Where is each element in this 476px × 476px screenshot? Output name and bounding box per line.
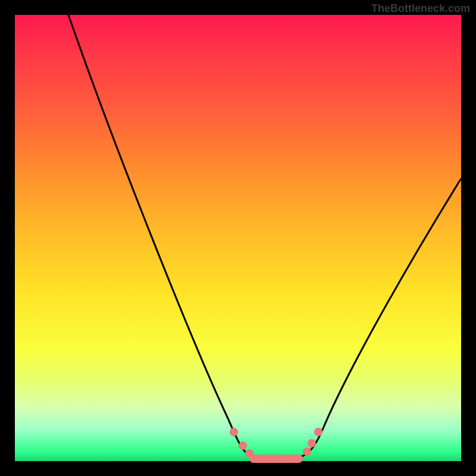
gradient-plot-area xyxy=(15,15,461,461)
chart-frame: TheBottleneck.com xyxy=(0,0,476,476)
valley-bead xyxy=(303,447,311,456)
valley-bead xyxy=(314,428,322,436)
valley-bead xyxy=(308,439,316,447)
valley-floor-bead xyxy=(249,455,303,463)
attribution-text: TheBottleneck.com xyxy=(371,2,470,15)
valley-bead xyxy=(230,428,238,436)
valley-bead xyxy=(239,441,247,450)
